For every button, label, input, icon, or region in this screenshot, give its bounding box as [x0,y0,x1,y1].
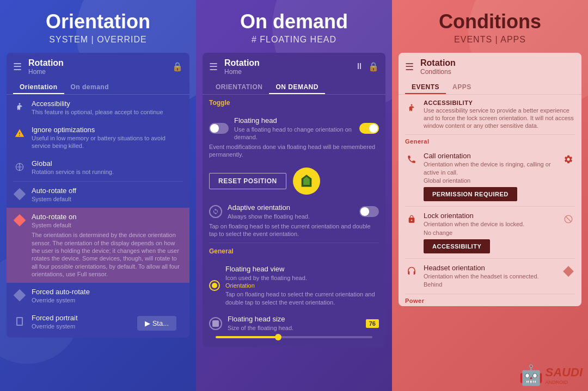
p2-app-sub: Home [224,68,355,76]
global-desc: Rotation service is not running. [32,168,183,176]
headset-content: Headset orientation Orientation when the… [424,264,556,289]
card-title-area: Rotation Home [28,58,172,76]
p3-app-sub: Conditions [420,68,575,76]
p2-app-name: Rotation [224,58,355,68]
list-item-forced-auto[interactable]: Forced auto-rotate Override system [7,283,189,309]
fhv-title: Floating head view [225,265,379,273]
forced-auto-desc: Override system [32,296,183,304]
p2-lock-icon[interactable]: 🔒 [368,61,379,72]
size-icon [209,317,222,330]
p3-app-name: Rotation [420,58,575,68]
panel2-header: On demand # FLOATING HEAD [196,0,392,53]
panel3-tabs: EVENTS APPS [399,79,581,95]
p3-menu-icon[interactable]: ☰ [405,61,414,73]
panel1-subtitle: SYSTEM | OVERRIDE [11,35,185,45]
floating-head-toggle-off[interactable] [209,123,229,134]
floating-head-icon [293,167,320,195]
permission-required-button[interactable]: PERMISSION REQUIRED [424,187,517,201]
p2-tab-orientation[interactable]: ORIENTATION [209,79,269,94]
adaptive-toggle[interactable] [359,206,379,217]
p2-card-title: Rotation Home [224,58,355,76]
general-section: General [203,243,385,260]
list-item-global[interactable]: Global Rotation service is not running. [7,154,189,181]
fhv-extra: Tap on floating head to select the curre… [225,290,379,306]
watermark-sub: ANDROID [546,380,583,385]
panel3-subtitle: EVENTS | APPS [403,35,577,45]
p2-tab-on-demand[interactable]: ON DEMAND [269,79,325,94]
toggle-section-label: Toggle [209,99,379,107]
lock-content: Lock orientation Orientation when the de… [424,212,556,253]
global-title: Global [32,159,183,167]
svg-point-0 [19,103,21,104]
panel1-card-body: Accessibility This feature is optional, … [7,95,189,338]
slider-thumb[interactable] [275,334,281,340]
list-item-accessibility[interactable]: Accessibility This feature is optional, … [7,95,189,121]
p2-card-actions: ⏸ 🔒 [355,61,379,72]
p3-accessibility-title: ACCESSIBILITY [424,100,575,106]
lock-icon[interactable]: 🔒 [172,61,183,72]
floating-head-size-item: Floating head size Size of the floating … [203,311,385,347]
floating-head-item: Floating head Use a floating head to cha… [203,112,385,163]
adaptive-orientation-item: Adaptive orientation Always show the flo… [203,199,385,243]
list-item-ignore[interactable]: Ignore optimizations Useful in low memor… [7,121,189,155]
lock-sub: No change [424,229,556,237]
p3-tab-apps[interactable]: APPS [446,79,478,94]
call-title: Call orientation [424,152,556,160]
card-actions: 🔒 [172,61,183,72]
panel3-card: ☰ Rotation Conditions EVENTS APPS [399,53,581,306]
tab-on-demand[interactable]: On demand [64,79,116,94]
p2-menu-icon[interactable]: ☰ [209,61,218,73]
fhs-title: Floating head size [228,315,360,323]
autorotate-off-content: Auto-rotate off System default [32,187,183,203]
list-item-autorotate-on[interactable]: Auto-rotate on System default The orient… [7,208,189,283]
p3-accessibility-item: ACCESSIBILITY Use accessibility service … [399,95,581,135]
svg-point-2 [411,104,413,105]
panel3-header: Conditions EVENTS | APPS [392,0,588,53]
start-button[interactable]: ▶ Sta... [137,316,176,331]
autorotate-on-desc: System default [32,221,183,229]
p3-accessibility-content: ACCESSIBILITY Use accessibility service … [424,100,575,130]
list-item-autorotate-off[interactable]: Auto-rotate off System default [7,182,189,208]
fhs-content: Floating head size Size of the floating … [228,315,360,332]
panel2-card-body: Toggle Floating head Use a floating head… [203,95,385,347]
panel-conditions: Conditions EVENTS | APPS ☰ Rotation Cond… [392,0,588,391]
fhv-desc: Icon used by the floating head. [225,274,379,282]
tab-orientation[interactable]: Orientation [13,79,64,94]
app-name: Rotation [28,58,172,68]
slider-track[interactable] [216,336,372,338]
watermark-logo: 🤖 [519,364,543,387]
lock-orient-icon [405,213,418,226]
panel1-card: ☰ Rotation Home 🔒 Orientation On demand [7,53,189,338]
panel3-title: Conditions [403,11,577,33]
accessibility-button[interactable]: ACCESSIBILITY [424,239,490,253]
p2-pause-icon[interactable]: ⏸ [355,61,364,72]
panel2-tabs: ORIENTATION ON DEMAND [203,79,385,95]
reset-position-button[interactable]: RESET POSITION [209,173,286,189]
panel1-card-header: ☰ Rotation Home 🔒 [7,53,189,79]
lock-title: Lock orientation [424,212,556,220]
autorotate-off-desc: System default [32,195,183,203]
warning-icon [13,127,26,140]
list-item-forced-portrait[interactable]: Forced portrait Override system ▶ Sta... [7,309,189,338]
panel2-title: On demand [207,11,381,33]
diamond-headset-icon [562,265,575,278]
adaptive-title: Adaptive orientation [228,203,354,212]
accessibility-icon [13,101,26,114]
headset-orientation-item: Headset orientation Orientation when the… [399,259,581,294]
floating-head-toggle-on[interactable] [359,123,379,134]
fhs-desc: Size of the floating head. [228,324,360,332]
adaptive-icon [209,205,222,218]
headset-desc: Orientation when the headset is connecte… [424,272,556,280]
menu-icon[interactable]: ☰ [13,61,22,73]
p3-card-title: Rotation Conditions [420,58,575,76]
gear-icon[interactable] [562,153,575,166]
fhs-value: 76 [366,319,379,328]
call-icon [405,153,418,166]
p3-tab-events[interactable]: EVENTS [405,79,446,94]
floating-head-extra: Event modifications done via floating he… [209,143,379,159]
app-sub: Home [28,68,172,76]
global-content: Global Rotation service is not running. [32,159,183,176]
floating-head-view-radio[interactable] [209,280,220,291]
floating-head-content: Floating head Use a floating head to cha… [234,116,354,141]
no-change-icon [562,213,575,226]
